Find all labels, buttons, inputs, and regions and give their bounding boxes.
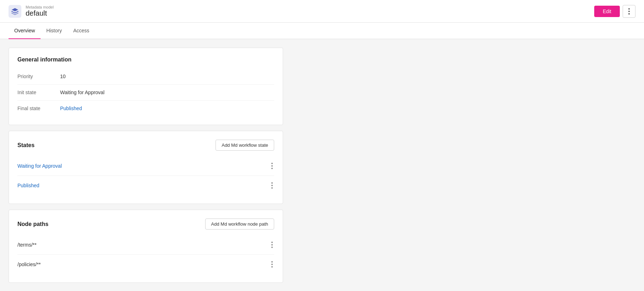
main-content: General information Priority 10 Init sta… (0, 39, 292, 291)
tabs-bar: Overview History Access (0, 23, 644, 39)
priority-label: Priority (17, 74, 60, 79)
more-options-button[interactable] (623, 5, 635, 18)
tab-overview[interactable]: Overview (9, 23, 41, 39)
node-path-label-terms: /terms/** (17, 242, 37, 248)
more-vertical-icon (628, 8, 630, 15)
node-paths-card: Node paths Add Md workflow node path /te… (9, 210, 283, 283)
node-path-item-policies: /policies/** (17, 255, 274, 274)
dot1 (271, 163, 273, 164)
header-title: default (26, 9, 54, 17)
node-path-terms-more-icon[interactable] (270, 240, 274, 249)
dot3 (271, 266, 273, 268)
dot2 (271, 244, 273, 246)
add-node-path-button[interactable]: Add Md workflow node path (205, 219, 274, 230)
header-text: Metadata model default (26, 5, 54, 17)
header-left: Metadata model default (9, 5, 54, 18)
init-state-row: Init state Waiting for Approval (17, 85, 274, 101)
init-state-label: Init state (17, 90, 60, 95)
dot1 (271, 242, 273, 243)
header-subtitle: Metadata model (26, 5, 54, 9)
state-label-published[interactable]: Published (17, 183, 39, 188)
general-info-title: General information (17, 56, 274, 63)
node-paths-section-header: Node paths Add Md workflow node path (17, 219, 274, 230)
tab-access[interactable]: Access (68, 23, 95, 39)
priority-value: 10 (60, 74, 66, 79)
states-section-header: States Add Md workflow state (17, 140, 274, 151)
dot3 (271, 168, 273, 169)
dot3 (271, 247, 273, 248)
final-state-row: Final state Published (17, 101, 274, 116)
state-published-more-icon[interactable] (270, 181, 274, 190)
dot2 (271, 165, 273, 167)
dot1 (271, 261, 273, 263)
header-actions: Edit (594, 5, 635, 18)
edit-button[interactable]: Edit (594, 6, 620, 17)
state-item-published: Published (17, 176, 274, 195)
dot3 (271, 187, 273, 189)
node-path-item-terms: /terms/** (17, 235, 274, 255)
state-label-waiting[interactable]: Waiting for Approval (17, 163, 62, 169)
final-state-value[interactable]: Published (60, 106, 82, 111)
state-waiting-more-icon[interactable] (270, 161, 274, 171)
dot2 (271, 185, 273, 186)
final-state-label: Final state (17, 106, 60, 111)
init-state-value: Waiting for Approval (60, 90, 105, 95)
tab-history[interactable]: History (41, 23, 68, 39)
dot1 (271, 182, 273, 184)
general-info-card: General information Priority 10 Init sta… (9, 48, 283, 125)
states-title: States (17, 142, 34, 149)
app-icon (9, 5, 21, 18)
node-path-label-policies: /policies/** (17, 262, 41, 267)
priority-row: Priority 10 (17, 69, 274, 85)
header: Metadata model default Edit (0, 0, 644, 23)
state-item-waiting: Waiting for Approval (17, 156, 274, 176)
node-path-policies-more-icon[interactable] (270, 260, 274, 269)
node-paths-title: Node paths (17, 221, 48, 227)
add-state-button[interactable]: Add Md workflow state (215, 140, 274, 151)
dot2 (271, 264, 273, 265)
states-card: States Add Md workflow state Waiting for… (9, 131, 283, 204)
